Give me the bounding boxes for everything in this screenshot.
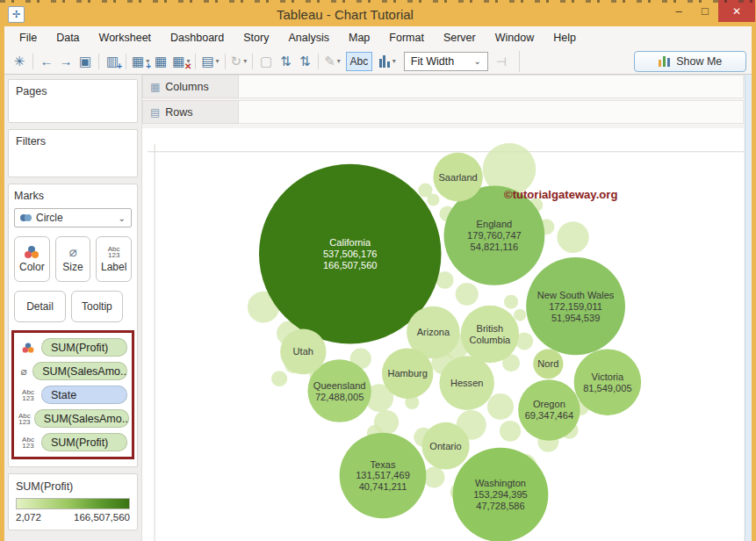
columns-shelf[interactable]: ▦ Columns (142, 75, 744, 98)
vertical-scrollbar[interactable] (745, 75, 752, 541)
toolbar-separator (195, 54, 196, 69)
marks-buttons-row: Color ⌀ Size Abc123 Label (14, 236, 132, 282)
menu-worksheet[interactable]: Worksheet (91, 29, 160, 47)
pages-label: Pages (16, 85, 130, 97)
columns-shelf-drop-area[interactable] (239, 75, 744, 98)
save-icon[interactable]: ▣ (76, 51, 95, 72)
legend-minmax: 2,072 166,507,560 (16, 512, 130, 523)
pill-sum-salesamo[interactable]: SUM(SalesAmo.. (32, 362, 127, 380)
menu-format[interactable]: Format (381, 29, 432, 47)
abc123-icon: Abc123 (18, 413, 31, 425)
rows-grid-icon: ▤ (150, 107, 160, 118)
bar-chart-icon (379, 55, 390, 68)
marks-pills-highlight: SUM(Profit)⌀SUM(SalesAmo..Abc123StateAbc… (11, 330, 134, 459)
pill-sum-profit[interactable]: SUM(Profit) (41, 338, 127, 357)
fit-width-value: Fit Width (411, 55, 454, 68)
filters-shelf[interactable]: Filters (8, 129, 138, 177)
background-bubble[interactable] (427, 194, 439, 206)
columns-text: Columns (165, 81, 208, 93)
tableau-logo-icon[interactable]: ✳ (10, 51, 29, 72)
color-icon (18, 342, 38, 354)
color-legend[interactable]: SUM(Profit) 2,072 166,507,560 (8, 473, 138, 530)
legend-gradient-bar (16, 498, 130, 509)
bubble-label-queensland: Queensland72,488,005 (313, 380, 366, 402)
close-button[interactable]: ✕ (718, 0, 755, 22)
menu-story[interactable]: Story (235, 29, 277, 47)
pill-state[interactable]: State (41, 386, 127, 404)
minimize-button[interactable]: – (666, 0, 692, 22)
bubble-label-washington: Washington153,294,39547,728,586 (473, 478, 528, 511)
menu-dashboard[interactable]: Dashboard (162, 29, 232, 47)
menu-window[interactable]: Window (487, 29, 542, 47)
pill-row: SUM(Profit) (18, 338, 127, 357)
add-datasource-icon[interactable]: ▥+ (103, 51, 122, 72)
marks-buttons-row-2: Detail Tooltip (14, 291, 132, 322)
clear-sheet-icon[interactable]: ▦✕▾ (170, 51, 191, 72)
pill-sum-salesamo[interactable]: SUM(SalesAmo.. (34, 409, 129, 428)
menu-server[interactable]: Server (436, 29, 484, 47)
background-window-remnant (0, 0, 756, 3)
redo-icon[interactable]: → (56, 51, 76, 72)
duplicate-sheet-icon[interactable]: ▦ (151, 51, 170, 72)
background-bubble[interactable] (514, 309, 526, 321)
size-button[interactable]: ⌀ Size (55, 236, 91, 282)
chevron-down-icon: ▾ (243, 57, 247, 65)
datasource-icon[interactable]: ▤▾ (199, 51, 220, 72)
refresh-icon: ↻▾ (229, 51, 249, 72)
detail-button[interactable]: Detail (14, 291, 66, 322)
toolbar-separator (32, 54, 33, 69)
background-bubble[interactable] (423, 467, 444, 488)
bubble-label-ontario: Ontario (429, 441, 461, 451)
pages-shelf[interactable]: Pages (8, 79, 138, 123)
bubble-label-saarland: Saarland (438, 172, 477, 183)
rows-shelf[interactable]: ▤ Rows (142, 100, 744, 124)
toolbar-separator (126, 54, 126, 69)
bubble-label-hamburg: Hamburg (387, 368, 428, 379)
menu-map[interactable]: Map (341, 29, 378, 47)
background-bubble[interactable] (504, 295, 518, 309)
background-bubble[interactable] (456, 283, 479, 306)
pill-row: Abc123SUM(SalesAmo.. (18, 409, 127, 428)
show-me-button[interactable]: Show Me (634, 51, 746, 72)
background-bubble[interactable] (271, 371, 287, 386)
menu-file[interactable]: File (11, 29, 45, 47)
menu-bar: FileDataWorksheetDashboardStoryAnalysisM… (4, 26, 752, 48)
undo-icon[interactable]: ← (37, 51, 56, 72)
legend-title: SUM(Profit) (16, 480, 130, 493)
size-button-label: Size (62, 261, 83, 273)
label-button[interactable]: Abc123 Label (96, 236, 132, 282)
menu-analysis[interactable]: Analysis (280, 29, 337, 47)
detail-button-label: Detail (26, 300, 54, 313)
toolbar-icons: ✳←→▣▥+▦+▾▦▦✕▾▤▾↻▾▢⇅⇅✎▾ (10, 51, 342, 72)
background-bubble[interactable] (500, 421, 521, 442)
maximize-button[interactable]: □ (692, 0, 718, 22)
menu-data[interactable]: Data (48, 29, 87, 47)
marks-card: Marks Circle ⌄ Color ⌀ Size (8, 184, 138, 467)
mark-labels-icon[interactable]: ▾ (376, 51, 400, 72)
tooltip-button[interactable]: Tooltip (71, 291, 123, 322)
rows-shelf-drop-area[interactable] (239, 100, 744, 124)
mark-type-dropdown[interactable]: Circle ⌄ (14, 208, 132, 227)
new-worksheet-icon[interactable]: ▦+▾ (130, 51, 151, 72)
marks-label: Marks (14, 190, 132, 202)
color-button[interactable]: Color (14, 236, 50, 282)
toolbar-separator (252, 54, 253, 69)
tableau-app-icon: ✢ (8, 6, 25, 23)
fit-width-dropdown[interactable]: Fit Width ⌄ (404, 52, 488, 71)
color-icon (25, 246, 39, 258)
watermark: ©tutorialgateway.org (504, 189, 617, 202)
legend-min: 2,072 (16, 512, 41, 523)
background-bubble[interactable] (557, 221, 588, 253)
sort-ascending-icon[interactable]: ⇅ (276, 51, 295, 72)
workspace: Pages Filters Marks Circle ⌄ (4, 75, 752, 541)
sort-descending-icon[interactable]: ⇅ (295, 51, 314, 72)
pill-sum-profit[interactable]: SUM(Profit) (41, 433, 127, 451)
marquee-icon: ▢ (256, 51, 276, 72)
abc-button[interactable]: Abc (346, 52, 372, 71)
window-controls: – □ ✕ (666, 0, 756, 26)
fix-axes-icon: ⊣ (496, 54, 507, 69)
menu-help[interactable]: Help (545, 29, 584, 47)
worksheet-view: California537,506,176166,507,560England1… (142, 128, 744, 541)
chevron-down-icon: ▾ (216, 57, 220, 65)
background-bubble[interactable] (487, 393, 514, 420)
